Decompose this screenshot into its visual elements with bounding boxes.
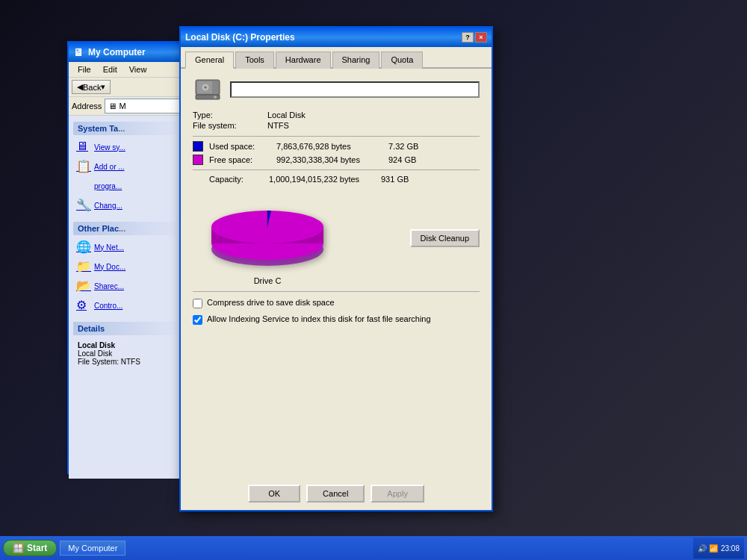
details-section: Details Local Disk Local Disk File Syste… bbox=[73, 322, 183, 369]
filesystem-label: File system: bbox=[193, 121, 267, 130]
address-value: 🖥 M bbox=[108, 102, 125, 111]
system-tasks-title: System Ta... bbox=[73, 122, 183, 135]
shared-docs[interactable]: 📂 Sharec... bbox=[73, 277, 183, 295]
documents-icon: 📁 bbox=[76, 259, 91, 274]
capacity-label: Capacity: bbox=[209, 175, 269, 184]
other-places-title: Other Plac... bbox=[73, 222, 183, 235]
my-computer-title: My Computer bbox=[88, 47, 146, 57]
compress-checkbox[interactable] bbox=[193, 299, 202, 308]
details-content: Local Disk Local Disk File System: NTFS bbox=[73, 338, 183, 369]
apply-button[interactable]: Apply bbox=[371, 485, 424, 503]
drive-header bbox=[193, 78, 480, 102]
capacity-row: Capacity: 1,000,194,015,232 bytes 931 GB bbox=[193, 175, 480, 184]
indexing-label: Allow Indexing Service to index this dis… bbox=[207, 314, 431, 323]
dialog-titlebar-buttons: ? × bbox=[462, 32, 487, 43]
divider-1 bbox=[193, 136, 480, 137]
programs-icon bbox=[76, 178, 91, 193]
svg-point-2 bbox=[214, 96, 217, 99]
filesystem-row: File system: NTFS bbox=[193, 121, 480, 130]
programs-item[interactable]: progra... bbox=[73, 177, 183, 195]
taskbar-tray: 🔊 📶 23:08 bbox=[693, 538, 744, 559]
free-space-label: Free space: bbox=[209, 155, 276, 164]
view-system-info[interactable]: 🖥 View sy... bbox=[73, 138, 183, 156]
indexing-checkbox-row: Allow Indexing Service to index this dis… bbox=[193, 314, 480, 325]
network-icon: 🌐 bbox=[76, 240, 91, 255]
dialog-close-button[interactable]: × bbox=[475, 32, 487, 43]
my-network[interactable]: 🌐 My Net... bbox=[73, 238, 183, 256]
dialog-buttons: OK Cancel Apply bbox=[181, 485, 492, 503]
clock: 23:08 bbox=[721, 544, 740, 553]
indexing-checkbox[interactable] bbox=[193, 315, 202, 325]
tray-icons: 🔊 📶 bbox=[698, 544, 718, 553]
control-panel-icon: ⚙ bbox=[76, 298, 91, 313]
pie-chart-svg bbox=[196, 191, 338, 273]
info-table: Type: Local Disk File system: NTFS bbox=[193, 111, 480, 130]
ok-button[interactable]: OK bbox=[248, 485, 300, 503]
capacity-bytes: 1,000,194,015,232 bytes bbox=[269, 175, 381, 184]
divider-3 bbox=[193, 291, 480, 292]
tab-tools[interactable]: Tools bbox=[235, 52, 274, 69]
detail-name: Local Disk bbox=[78, 341, 179, 349]
pie-area: Drive C bbox=[193, 191, 342, 285]
taskbar-my-computer[interactable]: My Computer bbox=[60, 541, 125, 556]
disk-cleanup-button[interactable]: Disk Cleanup bbox=[410, 229, 480, 247]
add-programs-icon: 📋 bbox=[76, 159, 91, 174]
change-icon: 🔧 bbox=[76, 198, 91, 213]
free-color-box bbox=[193, 155, 203, 165]
pie-container: Drive C Disk Cleanup bbox=[193, 191, 480, 285]
hard-drive-svg bbox=[194, 78, 221, 101]
change-setting[interactable]: 🔧 Chang... bbox=[73, 196, 183, 214]
control-panel[interactable]: ⚙ Contro... bbox=[73, 296, 183, 314]
other-places-section: Other Plac... 🌐 My Net... 📁 My Doc... 📂 … bbox=[73, 222, 183, 314]
detail-type: Local Disk bbox=[78, 349, 179, 358]
drive-icon bbox=[193, 78, 223, 102]
address-label: Address bbox=[72, 102, 102, 111]
add-remove-programs[interactable]: 📋 Add or ... bbox=[73, 158, 183, 175]
view-menu[interactable]: View bbox=[123, 63, 153, 75]
type-row: Type: Local Disk bbox=[193, 111, 480, 119]
shared-icon: 📂 bbox=[76, 279, 91, 293]
used-space-label: Used space: bbox=[209, 142, 276, 151]
start-windows-icon: 🪟 bbox=[13, 543, 24, 553]
used-space-bytes: 7,863,676,928 bytes bbox=[276, 142, 388, 151]
left-panel: System Ta... 🖥 View sy... 📋 Add or ... p… bbox=[69, 116, 188, 479]
taskbar-items: My Computer bbox=[57, 541, 693, 556]
tab-hardware[interactable]: Hardware bbox=[276, 52, 331, 69]
tab-sharing[interactable]: Sharing bbox=[332, 52, 380, 69]
dialog-help-button[interactable]: ? bbox=[462, 32, 474, 43]
tab-general[interactable]: General bbox=[185, 52, 234, 69]
back-button[interactable]: ◀ Back ▾ bbox=[72, 80, 111, 94]
used-space-gb: 7.32 GB bbox=[388, 142, 418, 151]
tab-bar: General Tools Hardware Sharing Quota bbox=[181, 47, 492, 69]
drive-label-input[interactable] bbox=[230, 81, 480, 98]
free-space-bytes: 992,330,338,304 bytes bbox=[276, 155, 388, 164]
start-button[interactable]: 🪟 Start bbox=[3, 540, 57, 556]
dialog-content: Type: Local Disk File system: NTFS Used … bbox=[181, 69, 492, 491]
used-color-box bbox=[193, 141, 203, 152]
disk-cleanup-area: Disk Cleanup bbox=[410, 229, 480, 247]
my-computer-icon: 🖥 bbox=[73, 46, 85, 58]
compress-label: Compress drive to save disk space bbox=[207, 298, 335, 307]
svg-point-5 bbox=[205, 87, 207, 89]
cancel-button[interactable]: Cancel bbox=[306, 485, 365, 503]
compress-checkbox-row: Compress drive to save disk space bbox=[193, 298, 480, 308]
my-documents[interactable]: 📁 My Doc... bbox=[73, 258, 183, 276]
detail-fs: File System: NTFS bbox=[78, 358, 179, 366]
view-system-icon: 🖥 bbox=[76, 140, 91, 155]
used-space-row: Used space: 7,863,676,928 bytes 7.32 GB bbox=[193, 141, 480, 152]
tab-quota[interactable]: Quota bbox=[381, 52, 423, 69]
details-title: Details bbox=[73, 322, 183, 335]
system-tasks-section: System Ta... 🖥 View sy... 📋 Add or ... p… bbox=[73, 122, 183, 214]
edit-menu[interactable]: Edit bbox=[97, 63, 123, 75]
capacity-gb: 931 GB bbox=[381, 175, 409, 184]
free-space-gb: 924 GB bbox=[388, 155, 416, 164]
filesystem-value: NTFS bbox=[267, 121, 289, 130]
properties-dialog: Local Disk (C:) Properties ? × General T… bbox=[179, 26, 493, 511]
divider-2 bbox=[193, 169, 480, 170]
type-label: Type: bbox=[193, 111, 267, 119]
pie-label: Drive C bbox=[254, 276, 282, 285]
file-menu[interactable]: File bbox=[72, 63, 97, 75]
dialog-title: Local Disk (C:) Properties bbox=[185, 32, 462, 43]
free-space-row: Free space: 992,330,338,304 bytes 924 GB bbox=[193, 155, 480, 165]
type-value: Local Disk bbox=[267, 111, 306, 119]
